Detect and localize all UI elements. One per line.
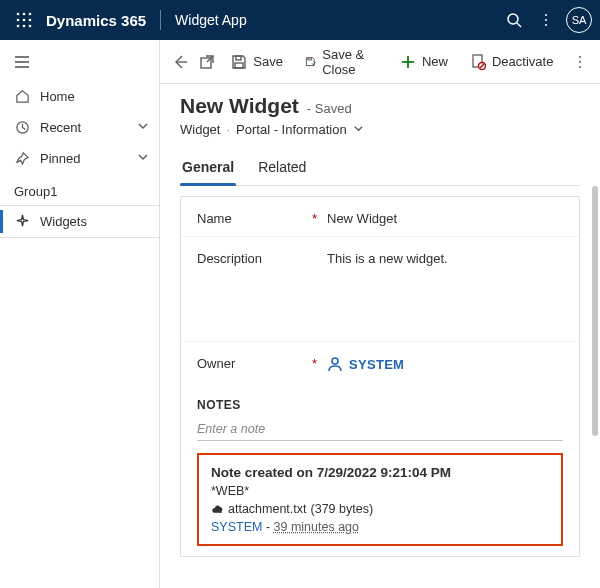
global-header: Dynamics 365 Widget App SA (0, 0, 600, 40)
collapse-nav-icon[interactable] (0, 46, 159, 81)
svg-point-2 (29, 13, 32, 16)
pin-icon (14, 151, 30, 166)
owner-field-label: Owner* (197, 356, 327, 372)
nav-recent-label: Recent (40, 120, 81, 135)
nav-home-label: Home (40, 89, 75, 104)
cloud-icon (211, 503, 224, 516)
svg-point-4 (23, 19, 26, 22)
scrollbar[interactable] (592, 186, 598, 436)
form-breadcrumb: Widget · Portal - Information (180, 122, 580, 137)
deactivate-button[interactable]: Deactivate (460, 48, 563, 76)
note-attachment[interactable]: attachment.txt (379 bytes) (211, 502, 549, 516)
tab-related[interactable]: Related (256, 151, 308, 185)
svg-point-7 (23, 25, 26, 28)
save-close-button[interactable]: Save & Close (295, 41, 388, 83)
search-icon[interactable] (498, 4, 530, 36)
description-field-label: Description (197, 251, 327, 331)
home-icon (14, 89, 30, 104)
svg-point-0 (17, 13, 20, 16)
description-field-value[interactable]: This is a new widget. (327, 251, 563, 331)
note-input[interactable]: Enter a note (197, 418, 563, 441)
entity-name: Widget (180, 122, 220, 137)
nav-pinned[interactable]: Pinned (0, 143, 159, 174)
svg-point-29 (579, 61, 581, 63)
save-close-button-label: Save & Close (322, 47, 378, 77)
attachment-filename: attachment.txt (228, 502, 307, 516)
note-author[interactable]: SYSTEM (211, 520, 262, 534)
svg-rect-22 (308, 57, 312, 59)
new-button-label: New (422, 54, 448, 69)
brand-divider (160, 10, 161, 30)
form-header: New Widget - Saved Widget · Portal - Inf… (160, 84, 600, 186)
general-section: Name* New Widget Description This is a n… (180, 196, 580, 557)
svg-point-5 (29, 19, 32, 22)
owner-field-value[interactable]: SYSTEM (327, 356, 563, 372)
avatar-initials: SA (572, 14, 587, 26)
svg-line-10 (517, 23, 521, 27)
more-vertical-icon[interactable] (530, 4, 562, 36)
app-launcher-icon[interactable] (8, 4, 40, 36)
note-relative-time: 39 minutes ago (274, 520, 359, 534)
chevron-down-icon (137, 151, 149, 166)
chevron-down-icon[interactable] (353, 122, 364, 137)
svg-point-6 (17, 25, 20, 28)
clock-icon (14, 120, 30, 135)
product-brand: Dynamics 365 (46, 12, 146, 29)
note-title: Note created on 7/29/2022 9:21:04 PM (211, 465, 549, 480)
svg-point-11 (545, 14, 547, 16)
nav-group-label: Group1 (0, 174, 159, 205)
svg-point-31 (332, 358, 338, 364)
note-footer: SYSTEM - 39 minutes ago (211, 520, 549, 534)
form-name[interactable]: Portal - Information (236, 122, 347, 137)
svg-point-3 (17, 19, 20, 22)
nav-widgets[interactable]: Widgets (0, 205, 159, 238)
nav-home[interactable]: Home (0, 81, 159, 112)
attachment-size: (379 bytes) (311, 502, 374, 516)
notes-section-title: NOTES (181, 382, 579, 418)
form-page: Save Save & Close New Deactivate New Wi (160, 40, 600, 588)
nav-widgets-label: Widgets (40, 214, 87, 229)
svg-point-9 (508, 14, 518, 24)
nav-recent[interactable]: Recent (0, 112, 159, 143)
chevron-down-icon (137, 120, 149, 135)
svg-point-28 (579, 56, 581, 58)
new-button[interactable]: New (390, 48, 458, 76)
svg-rect-21 (235, 63, 243, 68)
open-new-window-icon[interactable] (195, 45, 220, 79)
required-indicator: * (312, 211, 317, 226)
svg-point-30 (579, 66, 581, 68)
field-row-description: Description This is a new widget. (181, 236, 579, 341)
save-button[interactable]: Save (221, 48, 293, 76)
note-card: Note created on 7/29/2022 9:21:04 PM *WE… (197, 453, 563, 546)
svg-point-1 (23, 13, 26, 16)
field-row-owner: Owner* SYSTEM (181, 341, 579, 382)
command-overflow-icon[interactable] (567, 45, 592, 79)
required-indicator: * (312, 356, 317, 371)
saved-indicator: - Saved (307, 101, 352, 116)
record-title: New Widget (180, 94, 299, 118)
save-button-label: Save (253, 54, 283, 69)
note-tag: *WEB* (211, 484, 549, 498)
svg-point-13 (545, 24, 547, 26)
name-field-label: Name* (197, 211, 327, 226)
svg-point-12 (545, 19, 547, 21)
svg-point-8 (29, 25, 32, 28)
user-avatar[interactable]: SA (566, 7, 592, 33)
nav-pinned-label: Pinned (40, 151, 80, 166)
widgets-icon (14, 214, 30, 229)
deactivate-button-label: Deactivate (492, 54, 553, 69)
app-name: Widget App (175, 12, 247, 28)
command-bar: Save Save & Close New Deactivate (160, 40, 600, 84)
form-tabs: General Related (180, 151, 580, 186)
site-map: Home Recent Pinned Group1 Widgets (0, 40, 160, 588)
svg-rect-20 (236, 56, 241, 60)
name-field-value[interactable]: New Widget (327, 211, 563, 226)
field-row-name: Name* New Widget (181, 197, 579, 236)
form-body: Name* New Widget Description This is a n… (160, 186, 600, 588)
back-button[interactable] (168, 45, 193, 79)
person-icon (327, 356, 343, 372)
tab-general[interactable]: General (180, 151, 236, 185)
